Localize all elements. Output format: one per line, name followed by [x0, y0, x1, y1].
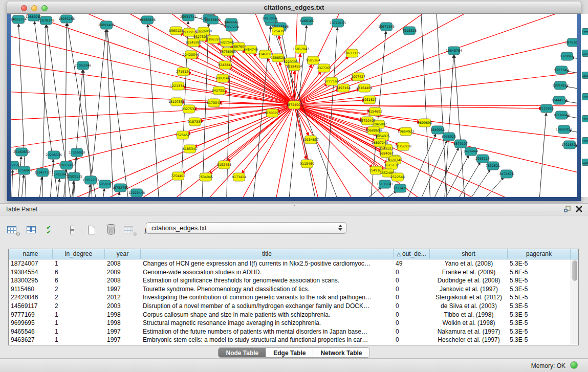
table-row[interactable]: 946554611997Estimation of the future num…	[9, 327, 578, 336]
column-header-title[interactable]: title	[141, 249, 394, 259]
table-cell[interactable]: 5.3E-5	[508, 319, 571, 327]
table-cell[interactable]: 2008	[105, 276, 141, 285]
column-header-in_degree[interactable]: in_degree	[53, 249, 105, 259]
graph-node[interactable]: 9777169	[324, 77, 339, 85]
graph-node[interactable]: 2718126	[176, 68, 190, 76]
table-cell[interactable]: Stergiakouli et al. (2012)	[430, 293, 508, 302]
graph-node[interactable]: 7515526	[402, 27, 417, 35]
table-row[interactable]: 946362711997Embryonic stem cells: a mode…	[9, 336, 578, 344]
graph-edge[interactable]	[107, 30, 130, 197]
table-cell[interactable]: 0	[394, 268, 430, 277]
window-titlebar[interactable]: citations_edges.txt	[7, 2, 581, 14]
vertical-scrollbar[interactable]	[571, 259, 578, 345]
table-cell[interactable]: 2009	[105, 268, 141, 277]
table-cell[interactable]: 5.3E-5	[508, 285, 571, 294]
graph-node[interactable]: 1640954	[430, 126, 445, 134]
graph-node[interactable]: 25160650	[13, 148, 30, 156]
table-cell[interactable]: 0	[394, 302, 430, 311]
float-panel-icon[interactable]	[563, 206, 572, 214]
table-row[interactable]: 969969511998Structural magnetic resonanc…	[9, 319, 578, 327]
graph-node[interactable]: 18756985	[220, 48, 236, 56]
graph-edge[interactable]	[153, 105, 294, 197]
table-panel-titlebar[interactable]: Table Panel	[0, 204, 588, 215]
graph-edge[interactable]	[294, 56, 349, 105]
graph-node[interactable]: 7525452	[176, 131, 190, 139]
table-cell[interactable]: 0	[394, 336, 430, 344]
graph-node[interactable]: 11156869	[16, 166, 32, 174]
column-header-short[interactable]: short	[430, 249, 508, 259]
graph-node[interactable]: 9699695	[418, 119, 432, 127]
graph-node[interactable]: 2522544	[390, 173, 405, 181]
graph-node[interactable]: 8186328	[206, 35, 221, 43]
graph-node[interactable]: 22420046	[183, 51, 199, 59]
graph-edge[interactable]	[415, 141, 447, 197]
graph-node[interactable]: 16958107	[97, 180, 113, 188]
graph-node[interactable]: 16782759	[112, 184, 128, 192]
graph-node[interactable]: 15720407	[359, 117, 376, 125]
graph-edge[interactable]	[461, 169, 490, 197]
tab-node-table[interactable]: Node Table	[219, 348, 266, 358]
table-cell[interactable]: 9115460	[9, 285, 53, 294]
graph-node[interactable]: 19154857	[302, 136, 319, 144]
table-cell[interactable]: 5.5E-5	[508, 293, 571, 302]
graph-edge[interactable]	[294, 105, 577, 177]
table-cell[interactable]: 0	[394, 293, 430, 302]
graph-node[interactable]: 16055286	[58, 15, 75, 23]
table-cell[interactable]: Investigating the contribution of common…	[141, 293, 394, 302]
graph-node[interactable]: 17016504	[561, 141, 577, 149]
graph-node[interactable]: 15135141	[377, 180, 393, 188]
column-header-name[interactable]: name	[9, 249, 53, 259]
table-cell[interactable]: Franke et al. (2009)	[430, 268, 508, 277]
table-cell[interactable]: 1997	[105, 327, 141, 336]
graph-node[interactable]: 16033809	[204, 16, 221, 24]
table-row[interactable]: 1456911722003Disruption of a novel membe…	[9, 302, 578, 311]
table-cell[interactable]: 5.6E-5	[508, 268, 571, 277]
close-panel-icon[interactable]	[575, 206, 583, 214]
column-header-pagerank[interactable]: pagerank	[508, 249, 571, 259]
table-cell[interactable]: 9465546	[9, 327, 53, 336]
graph-edge[interactable]	[20, 175, 24, 197]
graph-edge[interactable]	[67, 24, 98, 197]
graph-node[interactable]: 13164461	[356, 84, 373, 92]
graph-node[interactable]: 9152458	[217, 161, 231, 169]
graph-edge[interactable]	[97, 14, 294, 105]
graph-node[interactable]: 1733426	[393, 184, 407, 192]
graph-edge[interactable]	[88, 30, 106, 197]
graph-node[interactable]: 6879197	[453, 140, 468, 148]
table-cell[interactable]: 49	[394, 259, 430, 268]
table-cell[interactable]: 6	[53, 276, 105, 285]
graph-node[interactable]: 12505135	[66, 172, 82, 181]
graph-node[interactable]: 8960128	[169, 27, 183, 35]
graph-node[interactable]: 21053346	[75, 61, 91, 70]
graph-edge[interactable]	[294, 14, 577, 105]
graph-node[interactable]: 16543382	[185, 38, 202, 47]
table-cell[interactable]: 5.3E-5	[508, 327, 571, 336]
graph-node[interactable]: 21078378	[38, 16, 54, 25]
table-cell[interactable]: 0	[394, 327, 430, 336]
graph-node[interactable]: 8170043	[207, 99, 221, 107]
graph-node[interactable]: 9227349	[554, 66, 569, 74]
table-cell[interactable]: Structural magnetic resonance image aver…	[141, 319, 394, 327]
graph-node[interactable]: 12923448	[128, 189, 145, 197]
table-row[interactable]: 1938455462009Genome-wide association stu…	[9, 268, 578, 277]
graph-edge[interactable]	[11, 14, 294, 105]
graph-node[interactable]: 9187331	[188, 118, 202, 126]
graph-node[interactable]: 7857224	[225, 23, 239, 31]
graph-node[interactable]: 9115460	[300, 160, 314, 168]
table-row[interactable]: 977716911998Corpus callosum shape and si…	[9, 311, 578, 319]
graph-node[interactable]: 16648784	[446, 47, 462, 55]
graph-node[interactable]: 7634945	[199, 173, 213, 181]
graph-edge[interactable]	[566, 116, 577, 121]
graph-node[interactable]: 20891406	[98, 21, 115, 29]
graph-node[interactable]: 12342757	[34, 168, 51, 177]
table-cell[interactable]: 1998	[105, 319, 141, 327]
tab-network-table[interactable]: Network Table	[313, 348, 369, 358]
table-select-dropdown[interactable]: citations_edges.txt	[146, 222, 346, 234]
table-cell[interactable]: Estimation of significance thresholds fo…	[141, 276, 394, 285]
graph-node[interactable]: 20931741	[180, 14, 197, 21]
graph-node[interactable]: 8454749	[244, 46, 258, 54]
table-cell[interactable]: 22420046	[9, 293, 53, 302]
graph-node[interactable]: 19692911	[556, 125, 572, 134]
graph-node[interactable]: 8938923	[442, 133, 456, 141]
table-cell[interactable]: 0	[394, 319, 430, 327]
